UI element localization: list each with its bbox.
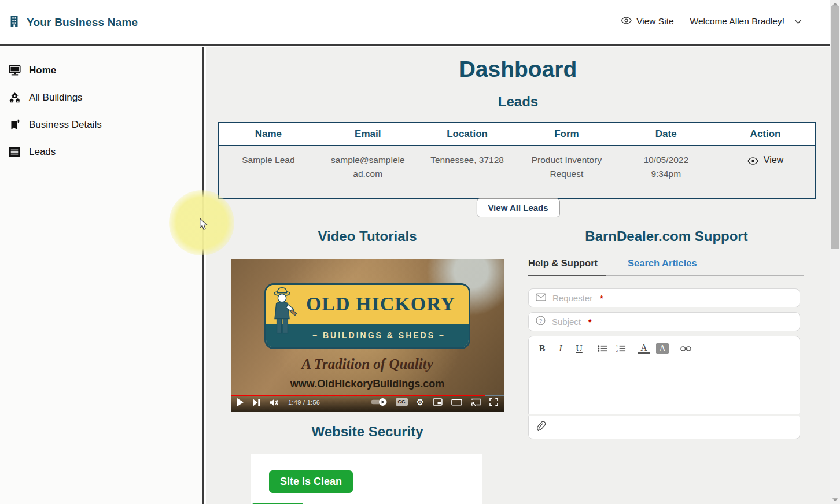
video-tutorials-heading: Video Tutorials xyxy=(231,228,504,244)
lead-name: Sample Lead xyxy=(219,146,318,198)
main-content: Dashboard Leads Name Email Location Form… xyxy=(206,47,830,504)
support-tabs: Help & Support Search Articles xyxy=(528,258,804,276)
eye-icon xyxy=(747,155,758,169)
chevron-down-icon xyxy=(794,16,802,27)
underline-button[interactable]: U xyxy=(573,342,585,355)
play-icon[interactable] xyxy=(237,398,244,406)
lead-location: Tennessee, 37128 xyxy=(418,146,517,198)
editor-toolbar: B I U 12 A A xyxy=(529,336,800,358)
scroll-down-arrow[interactable] xyxy=(830,496,840,504)
requester-field[interactable]: Requester * xyxy=(528,288,800,307)
next-icon[interactable] xyxy=(253,399,260,406)
video-tagline: A Tradition of Quality xyxy=(231,356,504,372)
top-header: Your Business Name View Site Welcome All… xyxy=(0,0,830,46)
attachment-bar xyxy=(528,416,800,439)
autoplay-toggle[interactable] xyxy=(371,398,387,406)
leads-table-header: Name Email Location Form Date Action xyxy=(219,123,815,146)
leads-heading: Leads xyxy=(206,94,830,110)
view-label: View xyxy=(764,153,783,168)
lead-form: Product Inventory Request xyxy=(517,146,616,198)
subject-placeholder: Subject xyxy=(552,317,581,327)
view-lead-button[interactable]: View xyxy=(716,146,815,198)
theater-mode-icon[interactable] xyxy=(451,399,462,406)
col-form: Form xyxy=(517,123,616,145)
brand[interactable]: Your Business Name xyxy=(8,15,138,30)
col-name: Name xyxy=(219,123,318,145)
svg-text:?: ? xyxy=(539,317,543,324)
italic-button[interactable]: I xyxy=(554,342,567,355)
view-all-leads-button[interactable]: View All Leads xyxy=(476,198,559,217)
user-menu[interactable]: Welcome Allen Bradley! xyxy=(690,16,802,27)
link-button[interactable] xyxy=(679,342,692,355)
sidebar-item-label: Leads xyxy=(29,146,56,158)
question-circle-icon: ? xyxy=(536,316,546,328)
logo-subtitle: – BUILDINGS & SHEDS – xyxy=(312,331,445,340)
sidebar-nav: Home All Buildings Business Details Lead… xyxy=(0,47,204,504)
sidebar-item-leads[interactable]: Leads xyxy=(0,138,202,165)
vertical-scrollbar[interactable] xyxy=(830,0,840,504)
svg-text:1: 1 xyxy=(616,344,618,348)
table-row: Sample Lead sample@samplelead.com Tennes… xyxy=(219,146,815,198)
security-card: Site is Clean xyxy=(251,454,482,504)
requester-placeholder: Requester xyxy=(552,293,592,303)
view-site-link[interactable]: View Site xyxy=(621,16,673,27)
book-plus-icon xyxy=(8,119,21,130)
site-is-clean-badge[interactable]: Site is Clean xyxy=(269,470,353,493)
required-asterisk: * xyxy=(600,294,603,303)
video-site-url: www.OldHickoryBuildings.com xyxy=(231,378,504,390)
tab-help-support[interactable]: Help & Support xyxy=(528,258,606,276)
divider xyxy=(554,421,554,435)
eye-icon xyxy=(621,16,632,27)
text-color-button[interactable]: A xyxy=(638,343,650,354)
sidebar-item-all-buildings[interactable]: All Buildings xyxy=(0,84,202,111)
paperclip-icon[interactable] xyxy=(536,421,546,434)
video-player[interactable]: OLD HICKORY – BUILDINGS & SHEDS – A Trad… xyxy=(231,259,504,412)
miniplayer-icon[interactable] xyxy=(433,398,443,406)
lead-email: sample@samplelead.com xyxy=(318,146,418,198)
lead-date: 10/05/2022 9:34pm xyxy=(616,146,716,198)
tab-search-articles[interactable]: Search Articles xyxy=(628,258,699,275)
brand-name: Your Business Name xyxy=(27,16,138,29)
svg-text:2: 2 xyxy=(616,349,618,353)
cast-icon[interactable] xyxy=(471,398,481,406)
buildings-icon xyxy=(8,92,21,103)
editor-text-area[interactable] xyxy=(529,358,800,408)
captions-icon[interactable]: CC xyxy=(396,398,408,406)
col-date: Date xyxy=(616,123,716,145)
welcome-text: Welcome Allen Bradley! xyxy=(690,16,784,27)
building-icon xyxy=(8,15,21,30)
sidebar-item-home[interactable]: Home xyxy=(0,57,202,84)
logo-title: OLD HICKORY xyxy=(306,293,455,315)
col-location: Location xyxy=(418,123,517,145)
highlight-color-button[interactable]: A xyxy=(656,343,669,354)
desktop-icon xyxy=(8,65,21,76)
progress-bar[interactable] xyxy=(231,395,504,396)
sidebar-item-label: All Buildings xyxy=(29,92,83,103)
numbered-list-button[interactable]: 12 xyxy=(614,342,627,355)
view-site-label: View Site xyxy=(636,16,673,27)
support-heading: BarnDealer.com Support xyxy=(528,228,805,244)
video-controls: 1:49 / 1:56 CC ⚙ xyxy=(231,395,504,412)
subject-field[interactable]: ? Subject * xyxy=(528,312,800,331)
bold-button[interactable]: B xyxy=(536,342,548,355)
sidebar-item-label: Business Details xyxy=(29,119,102,131)
settings-gear-icon[interactable]: ⚙ xyxy=(417,398,424,406)
message-editor: B I U 12 A A xyxy=(528,336,800,414)
website-security-heading: Website Security xyxy=(231,424,504,440)
leads-table: Name Email Location Form Date Action Sam… xyxy=(218,122,816,199)
col-action: Action xyxy=(716,123,815,145)
list-icon xyxy=(8,147,21,157)
video-time: 1:49 / 1:56 xyxy=(288,399,320,406)
scrollbar-thumb[interactable] xyxy=(831,6,839,249)
fullscreen-icon[interactable] xyxy=(489,398,498,406)
required-asterisk: * xyxy=(588,317,591,327)
volume-icon[interactable] xyxy=(270,399,279,406)
sidebar-item-label: Home xyxy=(29,65,56,76)
sidebar-item-business-details[interactable]: Business Details xyxy=(0,111,202,138)
envelope-icon xyxy=(536,293,546,303)
col-email: Email xyxy=(318,123,418,145)
bullet-list-button[interactable] xyxy=(596,342,609,355)
page-title: Dashboard xyxy=(206,57,830,82)
header-actions: View Site Welcome Allen Bradley! xyxy=(621,16,802,27)
admin-dashboard-page: Your Business Name View Site Welcome All… xyxy=(0,0,840,504)
